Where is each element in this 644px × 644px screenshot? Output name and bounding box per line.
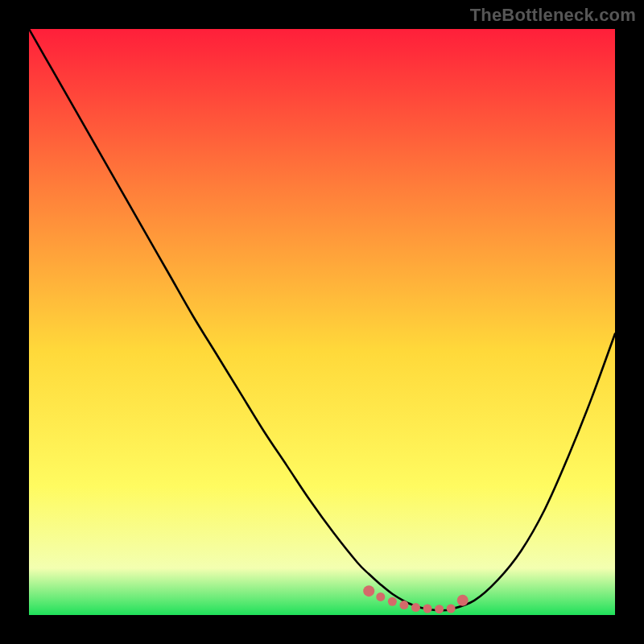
marker-dot (376, 592, 385, 601)
marker-dot (457, 595, 469, 606)
marker-dot (423, 604, 432, 613)
chart-svg (29, 29, 615, 615)
plot-area (29, 29, 615, 615)
marker-dot (363, 585, 374, 597)
gradient-background (29, 29, 615, 615)
watermark-text: TheBottleneck.com (470, 5, 636, 26)
marker-dot (411, 603, 420, 612)
marker-dot (435, 605, 444, 613)
chart-container: TheBottleneck.com (0, 0, 644, 644)
marker-dot (447, 604, 456, 613)
marker-dot (399, 601, 408, 609)
marker-dot (388, 597, 397, 606)
